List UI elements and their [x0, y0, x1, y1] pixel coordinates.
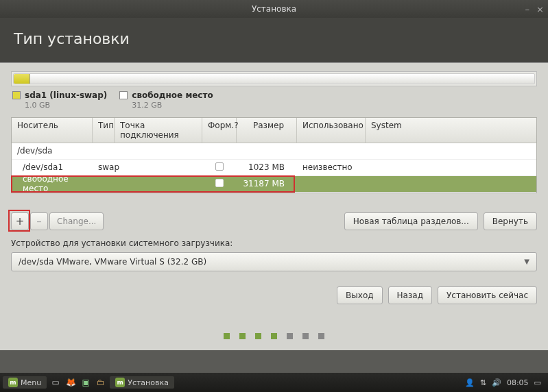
show-desktop-icon[interactable]: ▭ — [49, 376, 62, 389]
table-row-selected[interactable]: свободное место 31187 MB — [12, 176, 536, 193]
format-checkbox[interactable] — [215, 179, 224, 187]
change-partition-button[interactable]: Change... — [49, 212, 104, 230]
clock[interactable]: 08:05 — [507, 378, 529, 387]
remove-partition-button[interactable]: – — [30, 212, 48, 230]
legend-name: sda1 (linux-swap) — [25, 90, 107, 100]
legend-name: свободное место — [132, 90, 213, 100]
step-dot — [255, 333, 261, 339]
step-dot — [271, 333, 277, 339]
cell-mount — [115, 166, 202, 169]
step-dot — [302, 333, 309, 339]
header: Тип установки — [0, 18, 548, 62]
table-header: Носитель Тип Точка подключения Форм.? Ра… — [12, 118, 536, 143]
step-dot — [224, 333, 230, 339]
menu-label: Menu — [21, 378, 41, 387]
titlebar: Установка – × — [0, 0, 548, 18]
legend-size: 1.0 GB — [25, 101, 107, 110]
step-dot — [318, 333, 324, 339]
session-icon[interactable]: ▭ — [534, 378, 541, 387]
table-row[interactable]: /dev/sda — [12, 143, 536, 160]
files-icon[interactable]: 🗀 — [95, 376, 107, 389]
col-used[interactable]: Использовано — [297, 118, 366, 143]
col-mount[interactable]: Точка подключения — [115, 118, 202, 143]
cell-size — [237, 149, 297, 152]
cell-size: 1023 MB — [237, 161, 297, 173]
partition-table: Носитель Тип Точка подключения Форм.? Ра… — [11, 117, 537, 193]
legend-swatch-icon — [12, 91, 21, 99]
cell-device: /dev/sda — [12, 145, 93, 157]
bootloader-device-select[interactable]: /dev/sda VMware, VMware Virtual S (32.2 … — [11, 252, 537, 271]
network-icon[interactable]: ⇅ — [480, 378, 486, 387]
mint-logo-icon: m — [8, 378, 18, 387]
close-button[interactable]: × — [536, 4, 544, 14]
cell-system — [366, 182, 536, 185]
cell-system — [366, 149, 536, 152]
col-format[interactable]: Форм.? — [202, 118, 237, 143]
disk-segment-swap — [14, 74, 30, 84]
mint-logo-icon: m — [115, 378, 125, 387]
add-partition-button[interactable]: + — [11, 212, 29, 230]
start-menu-button[interactable]: m Menu — [3, 376, 47, 389]
col-type[interactable]: Тип — [93, 118, 115, 143]
back-button[interactable]: Назад — [388, 286, 432, 304]
quit-button[interactable]: Выход — [337, 286, 382, 304]
legend-item-free: свободное место 31.2 GB — [119, 90, 213, 110]
volume-icon[interactable]: 🔊 — [492, 378, 501, 387]
disk-legend: sda1 (linux-swap) 1.0 GB свободное место… — [12, 90, 537, 110]
cell-device: /dev/sda1 — [12, 161, 93, 173]
cell-type — [93, 182, 115, 185]
step-indicator — [11, 333, 537, 339]
cell-mount — [115, 182, 202, 185]
bootloader-label: Устройство для установки системного загр… — [11, 238, 537, 248]
cell-used: неизвестно — [297, 161, 366, 173]
cell-mount — [115, 149, 202, 152]
legend-item-sda1: sda1 (linux-swap) 1.0 GB — [12, 90, 107, 110]
disk-usage-bar — [11, 71, 537, 86]
cell-used — [297, 149, 366, 152]
taskbar-task[interactable]: m Установка — [110, 376, 174, 389]
cell-type — [93, 149, 115, 152]
col-size[interactable]: Размер — [237, 118, 297, 143]
legend-swatch-icon — [119, 91, 128, 99]
install-now-button[interactable]: Установить сейчас — [438, 286, 537, 304]
legend-size: 31.2 GB — [132, 101, 213, 110]
step-dot — [239, 333, 246, 339]
nav-buttons: Выход Назад Установить сейчас — [11, 286, 537, 304]
cell-format — [202, 161, 237, 174]
taskbar: m Menu ▭ 🦊 ▣ 🗀 m Установка 👤 ⇅ 🔊 08:05 ▭ — [0, 373, 548, 392]
step-dot — [287, 333, 293, 339]
window-title: Установка — [252, 4, 296, 14]
cell-format — [202, 177, 237, 191]
task-label: Установка — [128, 378, 169, 387]
col-system[interactable]: System — [366, 118, 536, 143]
cell-system — [366, 166, 536, 169]
partition-toolbar: + – Change... Новая таблица разделов... … — [11, 212, 537, 230]
revert-button[interactable]: Вернуть — [484, 212, 537, 230]
cell-type: swap — [93, 161, 115, 173]
cell-size: 31187 MB — [237, 177, 297, 190]
format-checkbox[interactable] — [215, 162, 224, 171]
firefox-icon[interactable]: 🦊 — [64, 376, 77, 389]
chevron-down-icon: ▼ — [524, 258, 529, 265]
minimize-button[interactable]: – — [525, 4, 530, 14]
page-title: Тип установки — [14, 30, 534, 47]
terminal-icon[interactable]: ▣ — [80, 376, 92, 389]
user-icon[interactable]: 👤 — [465, 378, 475, 387]
window-controls: – × — [525, 4, 544, 14]
cell-used — [297, 182, 366, 185]
new-partition-table-button[interactable]: Новая таблица разделов... — [344, 212, 478, 230]
content: sda1 (linux-swap) 1.0 GB свободное место… — [0, 62, 548, 350]
bootloader-value: /dev/sda VMware, VMware Virtual S (32.2 … — [19, 257, 206, 267]
col-device[interactable]: Носитель — [12, 118, 93, 143]
cell-device: свободное место — [12, 173, 93, 195]
cell-format — [202, 149, 237, 152]
